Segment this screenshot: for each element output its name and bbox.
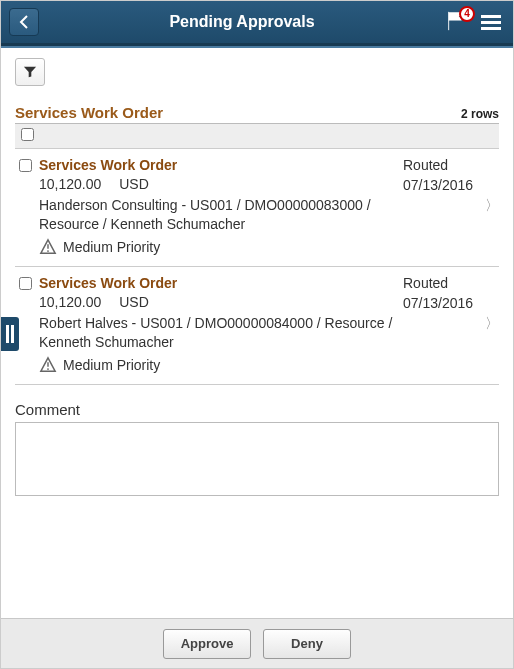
warning-icon [39,356,57,374]
notification-badge: 4 [459,6,475,22]
item-checkbox[interactable] [19,277,32,290]
page-title: Pending Approvals [39,13,445,31]
list-item[interactable]: Services Work Order 10,120.00 USD Robert… [15,267,499,385]
row-count: 2 rows [461,107,499,121]
chevron-right-icon: 〉 [485,315,499,333]
chevron-left-icon [18,15,30,29]
menu-button[interactable] [477,8,505,37]
item-priority: Medium Priority [63,357,160,373]
app-header: Pending Approvals 4 [1,1,513,43]
comment-textarea[interactable] [15,422,499,496]
item-priority-row: Medium Priority [39,356,403,374]
main-content: Services Work Order 2 rows Services Work… [1,48,513,618]
item-currency: USD [119,176,149,192]
item-checkbox[interactable] [19,159,32,172]
item-title: Services Work Order [39,275,403,291]
svg-point-3 [47,368,49,370]
section-title: Services Work Order [15,104,163,121]
item-status: Routed [403,157,495,173]
item-title: Services Work Order [39,157,403,173]
list-item[interactable]: Services Work Order 10,120.00 USD Hander… [15,149,499,267]
item-date: 07/13/2016 [403,177,495,193]
filter-button[interactable] [15,58,45,86]
item-date: 07/13/2016 [403,295,495,311]
back-button[interactable] [9,8,39,36]
item-description: Robert Halves - US001 / DMO00000084000 /… [39,314,403,352]
item-description: Handerson Consulting - US001 / DMO000000… [39,196,403,234]
chevron-right-icon: 〉 [485,197,499,215]
item-currency: USD [119,294,149,310]
select-all-checkbox[interactable] [21,128,34,141]
item-priority-row: Medium Priority [39,238,403,256]
svg-point-1 [47,250,49,252]
notifications-button[interactable]: 4 [445,10,467,35]
warning-icon [39,238,57,256]
comment-label: Comment [15,401,499,418]
select-all-row [15,124,499,149]
approve-button[interactable]: Approve [163,629,251,659]
filter-icon [23,65,37,79]
item-amount: 10,120.00 [39,176,101,192]
section-header: Services Work Order 2 rows [15,104,499,124]
item-amount-row: 10,120.00 USD [39,294,403,310]
item-amount: 10,120.00 [39,294,101,310]
item-amount-row: 10,120.00 USD [39,176,403,192]
deny-button[interactable]: Deny [263,629,351,659]
item-priority: Medium Priority [63,239,160,255]
item-status: Routed [403,275,495,291]
action-footer: Approve Deny [1,618,513,668]
side-panel-toggle[interactable] [1,317,19,351]
